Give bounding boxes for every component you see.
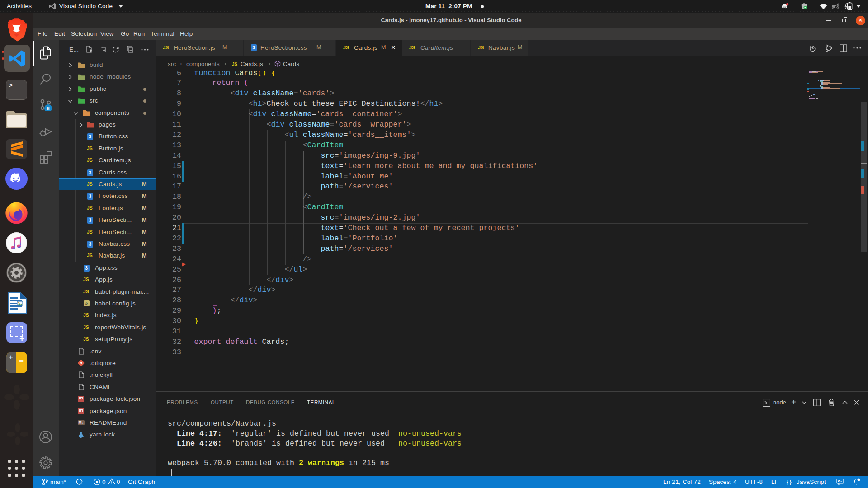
- svg-text:8: 8: [47, 106, 49, 111]
